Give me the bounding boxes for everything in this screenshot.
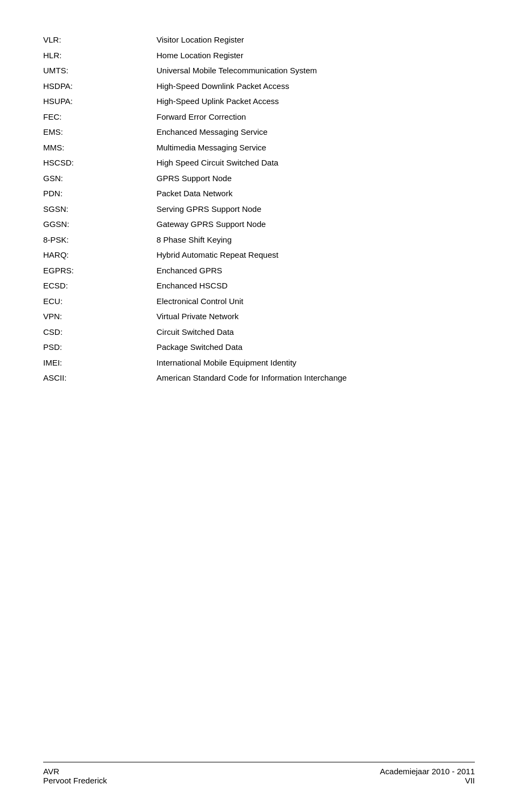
- acronym-full: Package Switched Data: [151, 340, 475, 355]
- table-row: GGSN:Gateway GPRS Support Node: [43, 217, 475, 232]
- footer-left: AVR Pervoot Frederick: [43, 767, 107, 785]
- footer-project: AVR: [43, 767, 107, 776]
- table-row: ECSD:Enchanced HSCSD: [43, 278, 475, 294]
- table-row: HSDPA:High-Speed Downlink Packet Access: [43, 79, 475, 94]
- table-row: EMS:Enchanced Messaging Service: [43, 125, 475, 140]
- acronym-abbr: SGSN:: [43, 202, 151, 217]
- table-row: HSUPA:High-Speed Uplink Packet Access: [43, 94, 475, 109]
- acronym-abbr: ECSD:: [43, 278, 151, 294]
- table-row: GSN:GPRS Support Node: [43, 171, 475, 187]
- acronym-full: Forward Error Correction: [151, 109, 475, 125]
- acronym-abbr: ASCII:: [43, 370, 151, 386]
- footer-right: Academiejaar 2010 - 2011 VII: [380, 767, 475, 785]
- table-row: PDN:Packet Data Network: [43, 186, 475, 202]
- table-row: IMEI:International Mobile Equipment Iden…: [43, 355, 475, 371]
- acronym-full: Hybrid Automatic Repeat Request: [151, 247, 475, 263]
- table-row: 8-PSK:8 Phase Shift Keying: [43, 232, 475, 248]
- acronym-full: Packet Data Network: [151, 186, 475, 202]
- page-footer: AVR Pervoot Frederick Academiejaar 2010 …: [43, 762, 475, 785]
- acronym-abbr: HSCSD:: [43, 155, 151, 171]
- acronym-abbr: PSD:: [43, 340, 151, 355]
- acronym-full: 8 Phase Shift Keying: [151, 232, 475, 248]
- footer-author: Pervoot Frederick: [43, 776, 107, 785]
- table-row: PSD:Package Switched Data: [43, 340, 475, 355]
- acronym-full: Enchanced GPRS: [151, 263, 475, 279]
- footer-academic-year: Academiejaar 2010 - 2011: [380, 767, 475, 776]
- table-row: HARQ:Hybrid Automatic Repeat Request: [43, 247, 475, 263]
- acronym-table: VLR:Visitor Location RegisterHLR:Home Lo…: [43, 32, 475, 386]
- table-row: EGPRS:Enchanced GPRS: [43, 263, 475, 279]
- acronym-abbr: PDN:: [43, 186, 151, 202]
- acronym-abbr: 8-PSK:: [43, 232, 151, 248]
- acronym-full: Virtual Private Network: [151, 309, 475, 325]
- acronym-abbr: ECU:: [43, 294, 151, 309]
- acronym-full: GPRS Support Node: [151, 171, 475, 187]
- table-row: VLR:Visitor Location Register: [43, 32, 475, 48]
- acronym-abbr: EMS:: [43, 125, 151, 140]
- table-row: VPN:Virtual Private Network: [43, 309, 475, 325]
- acronym-full: Enchanced HSCSD: [151, 278, 475, 294]
- acronym-abbr: FEC:: [43, 109, 151, 125]
- acronym-abbr: HARQ:: [43, 247, 151, 263]
- page-content: VLR:Visitor Location RegisterHLR:Home Lo…: [0, 0, 518, 451]
- acronym-abbr: GGSN:: [43, 217, 151, 232]
- acronym-abbr: VPN:: [43, 309, 151, 325]
- acronym-abbr: VLR:: [43, 32, 151, 48]
- acronym-full: International Mobile Equipment Identity: [151, 355, 475, 371]
- table-row: HSCSD:High Speed Circuit Switched Data: [43, 155, 475, 171]
- table-row: MMS:Multimedia Messaging Service: [43, 140, 475, 156]
- acronym-abbr: MMS:: [43, 140, 151, 156]
- acronym-full: Multimedia Messaging Service: [151, 140, 475, 156]
- acronym-abbr: CSD:: [43, 325, 151, 340]
- acronym-abbr: HLR:: [43, 48, 151, 64]
- table-row: SGSN:Serving GPRS Support Node: [43, 202, 475, 217]
- acronym-full: Gateway GPRS Support Node: [151, 217, 475, 232]
- table-row: FEC:Forward Error Correction: [43, 109, 475, 125]
- acronym-full: Enchanced Messaging Service: [151, 125, 475, 140]
- acronym-abbr: EGPRS:: [43, 263, 151, 279]
- table-row: CSD:Circuit Switched Data: [43, 325, 475, 340]
- table-row: HLR:Home Location Register: [43, 48, 475, 64]
- footer-page-number: VII: [380, 776, 475, 785]
- acronym-full: High-Speed Downlink Packet Access: [151, 79, 475, 94]
- acronym-full: High Speed Circuit Switched Data: [151, 155, 475, 171]
- acronym-full: American Standard Code for Information I…: [151, 370, 475, 386]
- table-row: ECU:Electronical Control Unit: [43, 294, 475, 309]
- acronym-abbr: HSUPA:: [43, 94, 151, 109]
- acronym-abbr: UMTS:: [43, 63, 151, 79]
- acronym-full: High-Speed Uplink Packet Access: [151, 94, 475, 109]
- acronym-abbr: HSDPA:: [43, 79, 151, 94]
- table-row: ASCII:American Standard Code for Informa…: [43, 370, 475, 386]
- acronym-full: Home Location Register: [151, 48, 475, 64]
- acronym-abbr: IMEI:: [43, 355, 151, 371]
- acronym-full: Serving GPRS Support Node: [151, 202, 475, 217]
- acronym-abbr: GSN:: [43, 171, 151, 187]
- acronym-full: Electronical Control Unit: [151, 294, 475, 309]
- acronym-full: Universal Mobile Telecommunication Syste…: [151, 63, 475, 79]
- table-row: UMTS:Universal Mobile Telecommunication …: [43, 63, 475, 79]
- acronym-full: Circuit Switched Data: [151, 325, 475, 340]
- acronym-full: Visitor Location Register: [151, 32, 475, 48]
